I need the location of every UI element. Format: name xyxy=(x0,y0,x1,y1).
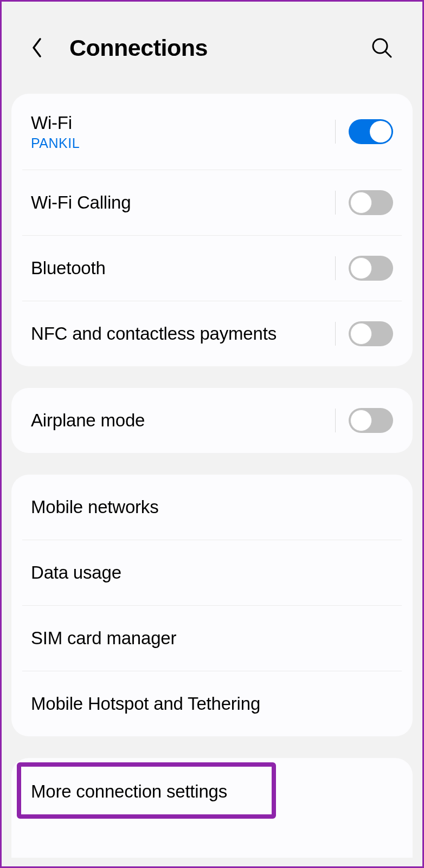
divider-icon xyxy=(335,256,336,280)
header: Connections xyxy=(2,2,422,94)
hotspot-tethering-row[interactable]: Mobile Hotspot and Tethering xyxy=(11,671,413,736)
more-connection-settings-label: More connection settings xyxy=(31,781,393,802)
back-button[interactable] xyxy=(23,34,50,61)
data-usage-row[interactable]: Data usage xyxy=(11,540,413,605)
sim-card-manager-label: SIM card manager xyxy=(31,628,393,649)
bluetooth-row[interactable]: Bluetooth xyxy=(11,236,413,301)
connections-group-4: More connection settings xyxy=(11,758,413,858)
connections-group-3: Mobile networks Data usage SIM card mana… xyxy=(11,475,413,736)
nfc-toggle[interactable] xyxy=(349,321,393,346)
sim-card-manager-row[interactable]: SIM card manager xyxy=(11,606,413,671)
data-usage-label: Data usage xyxy=(31,562,393,583)
wifi-calling-row[interactable]: Wi-Fi Calling xyxy=(11,170,413,235)
airplane-mode-row[interactable]: Airplane mode xyxy=(11,388,413,453)
divider-icon xyxy=(335,191,336,215)
divider-icon xyxy=(335,409,336,432)
connections-group-1: Wi-Fi PANKIL Wi-Fi Calling Bluetooth NFC… xyxy=(11,94,413,366)
bluetooth-label: Bluetooth xyxy=(31,258,335,278)
more-connection-settings-row[interactable]: More connection settings xyxy=(11,758,413,825)
airplane-mode-label: Airplane mode xyxy=(31,410,335,431)
hotspot-tethering-label: Mobile Hotspot and Tethering xyxy=(31,694,393,714)
svg-line-1 xyxy=(386,51,391,57)
wifi-calling-toggle[interactable] xyxy=(349,190,393,215)
wifi-network-name: PANKIL xyxy=(31,135,335,151)
mobile-networks-label: Mobile networks xyxy=(31,497,393,517)
divider-icon xyxy=(335,322,336,346)
wifi-toggle[interactable] xyxy=(349,119,393,144)
wifi-row[interactable]: Wi-Fi PANKIL xyxy=(11,94,413,170)
connections-group-2: Airplane mode xyxy=(11,388,413,453)
nfc-row[interactable]: NFC and contactless payments xyxy=(11,301,413,366)
nfc-label: NFC and contactless payments xyxy=(31,323,335,344)
search-button[interactable] xyxy=(368,34,395,61)
mobile-networks-row[interactable]: Mobile networks xyxy=(11,475,413,540)
back-icon xyxy=(30,37,43,59)
wifi-label: Wi-Fi xyxy=(31,113,335,133)
page-title: Connections xyxy=(69,35,368,61)
divider-icon xyxy=(335,120,336,144)
wifi-calling-label: Wi-Fi Calling xyxy=(31,192,335,213)
bluetooth-toggle[interactable] xyxy=(349,256,393,281)
search-icon xyxy=(371,37,393,59)
airplane-mode-toggle[interactable] xyxy=(349,408,393,433)
